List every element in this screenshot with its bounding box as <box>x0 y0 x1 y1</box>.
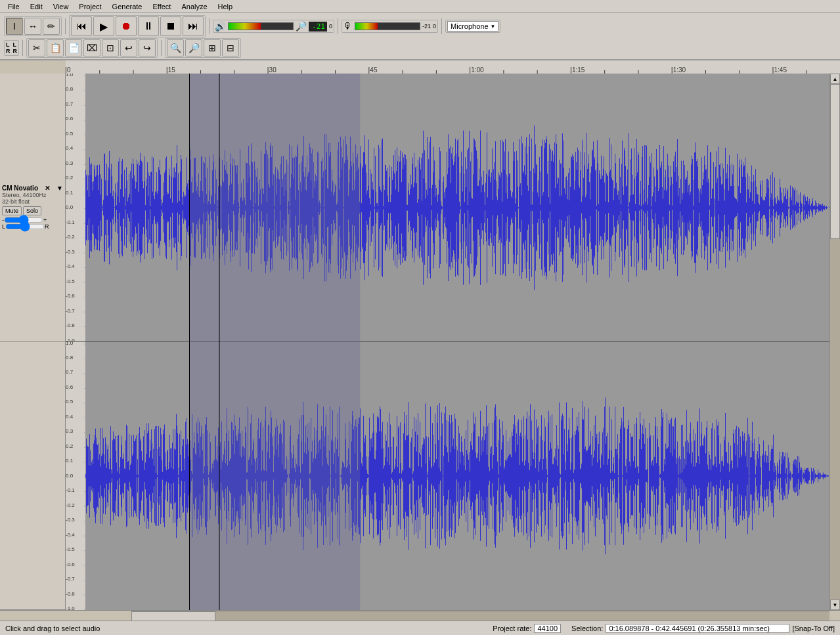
track-name-label: CM Novatio <box>2 185 38 192</box>
project-rate-label: Project rate: <box>493 624 531 632</box>
scroll-thumb-h[interactable] <box>131 611 215 621</box>
menu-generate[interactable]: Generate <box>107 2 148 11</box>
pan-right-label: R <box>45 223 49 230</box>
waveform-canvas <box>66 74 829 610</box>
input-meter-group: 🎙 -21 0 <box>342 20 438 33</box>
zoom-tools-group: 🔍 🔎 ⊞ ⊟ <box>165 38 241 58</box>
selection-label: Selection: <box>571 624 603 632</box>
scroll-down-button[interactable]: ▼ <box>830 600 840 610</box>
zoom-in-tool[interactable]: 🔍 <box>167 39 184 56</box>
track-format: Stereo, 44100Hz <box>2 192 63 198</box>
main-content: CM Novatio ✕ ▼ Stereo, 44100Hz 32-bit fl… <box>0 60 840 621</box>
ruler <box>66 60 840 74</box>
edit-tools-group: ✂ 📋 📄 ⌧ ⊡ ↩ ↪ <box>26 38 158 58</box>
ffwd-button[interactable]: ⏭ <box>183 16 204 36</box>
menu-view[interactable]: View <box>48 2 74 11</box>
separator5 <box>22 40 23 56</box>
speaker-icon: 🔊 <box>215 21 226 32</box>
selection-field: Selection: 0:16.089878 - 0:42.445691 (0:… <box>571 624 835 633</box>
track-header-top: CM Novatio ✕ ▼ Stereo, 44100Hz 32-bit fl… <box>0 74 65 342</box>
project-rate-value[interactable]: 44100 <box>534 624 561 633</box>
separator1 <box>65 18 66 34</box>
left-channel-label: LR <box>6 41 11 55</box>
mic-icon: 🎙 <box>343 21 353 32</box>
output-vol-display: -21 <box>309 22 327 32</box>
input-vol-display: -21 <box>422 23 431 30</box>
output-vol-unit: 0 <box>329 23 332 30</box>
horizontal-scrollbar[interactable] <box>131 611 829 621</box>
track-menu-icon[interactable]: ▼ <box>56 185 63 192</box>
copy-tool[interactable]: 📋 <box>47 39 64 56</box>
silence-tool[interactable]: ⊡ <box>102 39 119 56</box>
track-headers: CM Novatio ✕ ▼ Stereo, 44100Hz 32-bit fl… <box>0 74 66 610</box>
project-rate-field: Project rate: 44100 <box>493 624 561 633</box>
cut-tool[interactable]: ✂ <box>28 39 45 56</box>
pause-button[interactable]: ⏸ <box>138 16 159 36</box>
track-close-icon[interactable]: ✕ <box>45 185 50 192</box>
transport-group: ⏮ ▶ ⏺ ⏸ ⏹ ⏭ <box>69 15 206 37</box>
toolbar-row1: I ↔ ✏ ⏮ ▶ ⏺ ⏸ ⏹ ⏭ 🔊 🔎 -21 0 🎙 <box>1 14 839 38</box>
rewind-button[interactable]: ⏮ <box>71 16 92 36</box>
ibeam-tool[interactable]: I <box>6 18 23 35</box>
output-meter-group: 🔊 🔎 -21 0 <box>213 20 334 33</box>
separator6 <box>161 40 162 56</box>
scroll-up-button[interactable]: ▲ <box>830 74 840 84</box>
track-name: CM Novatio ✕ ▼ <box>2 185 63 192</box>
vertical-scrollbar[interactable]: ▲ ▼ <box>829 74 840 610</box>
microphone-group: Microphone ▼ <box>445 20 500 33</box>
pan-slider[interactable] <box>5 224 45 229</box>
zoom-out-tool[interactable]: 🔎 <box>185 39 202 56</box>
hscrollbar-spacer <box>0 611 66 621</box>
menu-file[interactable]: File <box>3 2 25 11</box>
menu-edit[interactable]: Edit <box>25 2 48 11</box>
selection-value: 0:16.089878 - 0:42.445691 (0:26.355813 m… <box>606 624 789 633</box>
zoom-sel-tool[interactable]: ⊟ <box>222 39 239 56</box>
tracks-container: CM Novatio ✕ ▼ Stereo, 44100Hz 32-bit fl… <box>0 74 840 610</box>
separator3 <box>338 18 338 34</box>
mic-icon2: 🔎 <box>296 21 307 32</box>
status-message: Click and drag to select audio <box>5 624 482 632</box>
microphone-dropdown[interactable]: Microphone ▼ <box>447 21 498 32</box>
stop-button[interactable]: ⏹ <box>160 16 181 36</box>
toolbars: I ↔ ✏ ⏮ ▶ ⏺ ⏸ ⏹ ⏭ 🔊 🔎 -21 0 🎙 <box>0 13 840 60</box>
tools-group: I ↔ ✏ <box>4 16 62 36</box>
separator4 <box>441 18 442 34</box>
hscrollbar-row <box>0 610 840 621</box>
pan-control: L R <box>2 223 63 230</box>
solo-button[interactable]: Solo <box>23 206 41 215</box>
toolbar-row2: LR LR ✂ 📋 📄 ⌧ ⊡ ↩ ↪ 🔍 🔎 ⊞ ⊟ <box>1 38 839 58</box>
redo-tool[interactable]: ↪ <box>139 39 156 56</box>
play-button[interactable]: ▶ <box>93 16 114 36</box>
menu-help[interactable]: Help <box>213 2 238 11</box>
input-vol-unit: 0 <box>433 23 436 30</box>
undo-tool[interactable]: ↩ <box>120 39 137 56</box>
paste-tool[interactable]: 📄 <box>65 39 82 56</box>
menu-project[interactable]: Project <box>74 2 106 11</box>
output-meter-bar <box>228 22 294 30</box>
menu-effect[interactable]: Effect <box>147 2 176 11</box>
snap-label: [Snap-To Off] <box>792 624 835 632</box>
track-header-bottom <box>0 342 65 611</box>
track-controls: Mute Solo <box>2 206 63 215</box>
output-meter-fill <box>229 23 261 30</box>
menu-analyze[interactable]: Analyze <box>176 2 212 11</box>
scroll-track-v <box>830 84 840 600</box>
timeline-area: CM Novatio ✕ ▼ Stereo, 44100Hz 32-bit fl… <box>0 60 840 621</box>
mute-button[interactable]: Mute <box>2 206 22 215</box>
lr-meter-group: LR LR <box>4 40 19 56</box>
right-channel-label: LR <box>13 41 18 55</box>
input-meter-bar <box>355 22 420 30</box>
track-bitdepth: 32-bit float <box>2 198 63 205</box>
scroll-thumb-v[interactable] <box>830 84 840 239</box>
selection-tool[interactable]: ↔ <box>24 18 41 35</box>
status-bar: Click and drag to select audio Project r… <box>0 621 840 635</box>
zoom-fit-tool[interactable]: ⊞ <box>204 39 221 56</box>
waveform-area[interactable] <box>66 74 829 610</box>
menu-bar: File Edit View Project Generate Effect A… <box>0 0 840 13</box>
dropdown-arrow-icon: ▼ <box>491 24 496 30</box>
record-button[interactable]: ⏺ <box>116 16 137 36</box>
input-meter-fill <box>355 23 378 30</box>
trim-tool[interactable]: ⌧ <box>83 39 100 56</box>
separator2 <box>209 18 210 34</box>
draw-tool[interactable]: ✏ <box>43 18 60 35</box>
